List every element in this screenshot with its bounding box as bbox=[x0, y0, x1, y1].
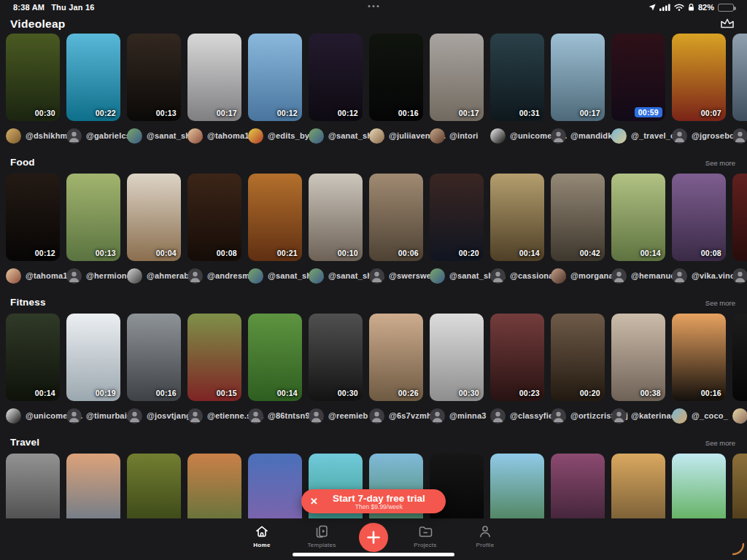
creator-row[interactable]: @cassionanet bbox=[490, 268, 544, 284]
video-thumbnail[interactable]: 00:16 bbox=[369, 34, 423, 121]
template-card[interactable]: 00:10 @sanat_sha… bbox=[309, 174, 363, 284]
creator-row[interactable]: @tahoma11 bbox=[6, 268, 60, 284]
creator-row[interactable]: @morganab… bbox=[551, 268, 605, 284]
template-card[interactable]: 00:08 @vika.vinog… bbox=[672, 174, 726, 284]
template-card[interactable]: 00:12 @edits_by_… bbox=[248, 34, 302, 144]
creator-row[interactable]: @sanat_sha… bbox=[127, 128, 181, 144]
tab-home[interactable]: Home bbox=[239, 524, 285, 548]
video-thumbnail[interactable]: 00:59 bbox=[611, 34, 665, 121]
template-card[interactable]: 00:21 @sanat_sha… bbox=[248, 174, 302, 284]
creator-row[interactable]: @_travel_e… bbox=[611, 128, 665, 144]
creator-row[interactable]: @ bbox=[732, 268, 747, 284]
trial-banner[interactable]: ✕ Start 7-day free trial Then $9.99/week bbox=[301, 489, 446, 513]
video-thumbnail[interactable]: 00:10 bbox=[309, 174, 363, 261]
creator-row[interactable]: @etienne.sa… bbox=[187, 408, 241, 424]
video-thumbnail[interactable]: 00:30 bbox=[6, 34, 60, 121]
creator-row[interactable]: @dshikhman bbox=[6, 128, 60, 144]
tab-projects[interactable]: Projects bbox=[403, 524, 448, 548]
template-card[interactable]: 00:12 @sanat_sha… bbox=[309, 34, 363, 144]
creator-row[interactable]: @ortizcristinaj bbox=[551, 408, 605, 424]
creator-row[interactable]: @reemieb bbox=[309, 408, 363, 424]
template-card[interactable]: 00:30 @minna3 bbox=[430, 314, 484, 424]
creator-row[interactable]: @classyfied… bbox=[490, 408, 544, 424]
video-thumbnail[interactable]: 00:17 bbox=[187, 34, 241, 121]
home-indicator[interactable] bbox=[293, 553, 454, 556]
video-thumbnail[interactable]: 00:16 bbox=[127, 314, 181, 401]
creator-row[interactable]: @jgrosebort… bbox=[672, 128, 726, 144]
video-thumbnail[interactable]: 00:08 bbox=[672, 174, 726, 261]
template-card[interactable]: 00:19 @timurbaig… bbox=[66, 314, 120, 424]
video-thumbnail[interactable]: 00:22 bbox=[66, 34, 120, 121]
template-card[interactable]: 00:16 @josvtjang bbox=[127, 314, 181, 424]
creator-row[interactable]: @ bbox=[732, 408, 747, 424]
creator-row[interactable]: @unicomedi… bbox=[490, 128, 544, 144]
video-thumbnail[interactable]: 00:14 bbox=[611, 174, 665, 261]
tab-templates[interactable]: Templates bbox=[299, 524, 344, 548]
creator-row[interactable]: @vika.vinog… bbox=[672, 268, 726, 284]
video-thumbnail[interactable]: 00:14 bbox=[490, 174, 544, 261]
video-thumbnail[interactable]: 00:31 bbox=[490, 34, 544, 121]
template-card[interactable]: 00:15 @etienne.sa… bbox=[187, 314, 241, 424]
template-card[interactable]: 00:14 @unicomedi… bbox=[6, 314, 60, 424]
creator-row[interactable]: @tahoma11 bbox=[187, 128, 241, 144]
create-project-button[interactable] bbox=[359, 523, 388, 552]
video-thumbnail[interactable]: 00:12 bbox=[6, 174, 60, 261]
video-thumbnail[interactable]: 00:42 bbox=[551, 174, 605, 261]
creator-row[interactable]: @_coco_ bbox=[672, 408, 726, 424]
creator-row[interactable]: @sanat_sha… bbox=[248, 268, 302, 284]
template-card[interactable]: 00:20 @ortizcristinaj bbox=[551, 314, 605, 424]
pro-crown-button[interactable] bbox=[718, 15, 737, 31]
template-card[interactable]: 00:17 @tahoma11 bbox=[187, 34, 241, 144]
see-more-link[interactable]: See more bbox=[705, 439, 735, 447]
template-card[interactable]: 00:14 @cassionanet bbox=[490, 174, 544, 284]
creator-row[interactable]: @timurbaig… bbox=[66, 408, 120, 424]
see-more-link[interactable]: See more bbox=[705, 299, 735, 307]
video-thumbnail[interactable]: 00:17 bbox=[430, 34, 484, 121]
video-thumbnail[interactable]: 00:12 bbox=[309, 34, 363, 121]
template-card[interactable]: @ bbox=[732, 174, 747, 284]
template-card[interactable]: 00:12 @tahoma11 bbox=[6, 174, 60, 284]
template-card[interactable]: 00:22 @gabrielcst… bbox=[66, 34, 120, 144]
template-card[interactable]: 00:20 @sanat_sha… bbox=[430, 174, 484, 284]
template-card[interactable]: 00:17 @intori bbox=[430, 34, 484, 144]
creator-row[interactable]: @intori bbox=[430, 128, 484, 144]
creator-row[interactable]: @minna3 bbox=[430, 408, 484, 424]
video-thumbnail[interactable]: 00:13 bbox=[127, 34, 181, 121]
template-card[interactable]: @ bbox=[732, 314, 747, 424]
template-card[interactable]: 00:08 @andresmatu bbox=[187, 174, 241, 284]
creator-row[interactable]: @6s7vzmht… bbox=[369, 408, 423, 424]
video-thumbnail[interactable] bbox=[732, 174, 747, 261]
template-card[interactable]: 00:31 @unicomedi… bbox=[490, 34, 544, 144]
template-card[interactable]: 00:26 @6s7vzmht… bbox=[369, 314, 423, 424]
template-card[interactable]: 00:30 @reemieb bbox=[309, 314, 363, 424]
video-thumbnail[interactable]: 00:30 bbox=[430, 314, 484, 401]
template-card[interactable]: 00:14 @hemanuel… bbox=[611, 174, 665, 284]
close-icon[interactable]: ✕ bbox=[310, 497, 318, 506]
template-card[interactable]: 00:16 @juliiaventu… bbox=[369, 34, 423, 144]
creator-row[interactable]: @ahmerabe… bbox=[127, 268, 181, 284]
template-card[interactable]: 00:38 @katerinac… bbox=[611, 314, 665, 424]
multitasking-dots-icon[interactable] bbox=[368, 5, 379, 7]
video-thumbnail[interactable]: 00:21 bbox=[248, 174, 302, 261]
tab-profile[interactable]: Profile bbox=[462, 524, 508, 548]
video-thumbnail[interactable]: 00:23 bbox=[490, 314, 544, 401]
template-card[interactable]: 00:59 @_travel_e… bbox=[611, 34, 665, 144]
template-card[interactable]: 00:23 @classyfied… bbox=[490, 314, 544, 424]
video-thumbnail[interactable]: 00:30 bbox=[309, 314, 363, 401]
creator-row[interactable]: @sanat_sha… bbox=[309, 268, 363, 284]
template-card[interactable]: 00:16 @_coco_ bbox=[672, 314, 726, 424]
video-thumbnail[interactable]: 00:38 bbox=[611, 314, 665, 401]
template-card[interactable]: @ bbox=[732, 34, 747, 144]
template-card[interactable]: 00:17 @mandidk1 bbox=[551, 34, 605, 144]
creator-row[interactable]: @unicomedi… bbox=[6, 408, 60, 424]
video-thumbnail[interactable]: 00:12 bbox=[248, 34, 302, 121]
video-thumbnail[interactable]: 00:14 bbox=[248, 314, 302, 401]
template-card[interactable]: 00:07 @jgrosebort… bbox=[672, 34, 726, 144]
template-card[interactable]: 00:14 @86tntsn9zg bbox=[248, 314, 302, 424]
creator-row[interactable]: @86tntsn9zg bbox=[248, 408, 302, 424]
video-thumbnail[interactable]: 00:13 bbox=[66, 174, 120, 261]
video-thumbnail[interactable]: 00:16 bbox=[672, 314, 726, 401]
creator-row[interactable]: @sanat_sha… bbox=[430, 268, 484, 284]
template-card[interactable]: 00:30 @dshikhman bbox=[6, 34, 60, 144]
video-thumbnail[interactable]: 00:19 bbox=[66, 314, 120, 401]
